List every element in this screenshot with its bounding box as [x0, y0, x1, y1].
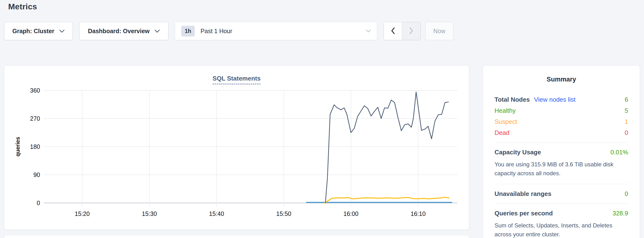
time-range-badge: 1h: [181, 26, 195, 37]
chevron-right-icon: [408, 27, 414, 35]
time-nav-group: [384, 22, 420, 40]
dead-value: 0: [625, 129, 628, 136]
svg-text:15:40: 15:40: [209, 210, 224, 217]
chevron-down-icon: [59, 29, 64, 33]
divider: [494, 203, 628, 204]
svg-text:270: 270: [30, 115, 40, 122]
capacity-usage-label: Capacity Usage: [494, 149, 541, 156]
capacity-usage-description: You are using 315.9 MiB of 3.6 TiB usabl…: [494, 160, 628, 178]
healthy-nodes-row: Healthy 5: [494, 107, 628, 114]
unavailable-ranges-label: Unavailable ranges: [494, 190, 552, 197]
dead-label: Dead: [494, 129, 510, 136]
chevron-down-icon: [154, 29, 160, 33]
dashboard-dropdown-label: Dashboard: Overview: [88, 28, 150, 35]
time-prev-button[interactable]: [384, 22, 402, 40]
page-title: Metrics: [8, 2, 37, 11]
time-range-label: Past 1 Hour: [200, 28, 232, 35]
queries-per-second-description: Sum of Selects, Updates, Inserts, and De…: [494, 221, 628, 238]
svg-text:queries: queries: [15, 137, 21, 157]
capacity-usage-row: Capacity Usage 0.01%: [494, 149, 628, 156]
summary-panel: Summary Total Nodes View nodes list 6 He…: [483, 65, 640, 238]
suspect-label: Suspect: [494, 118, 517, 125]
summary-title: Summary: [494, 76, 628, 83]
total-nodes-label: Total Nodes: [494, 96, 530, 103]
time-next-button[interactable]: [402, 22, 420, 40]
dead-nodes-row: Dead 0: [494, 129, 628, 136]
suspect-nodes-row: Suspect 1: [494, 118, 628, 125]
svg-text:180: 180: [30, 143, 40, 150]
sql-statements-card: SQL Statements 09018027036015:2015:3015:…: [4, 65, 469, 230]
unavailable-ranges-row: Unavailable ranges 0: [494, 190, 628, 197]
node-status-rows: Total Nodes View nodes list 6 Healthy 5 …: [494, 96, 628, 136]
suspect-value: 1: [625, 118, 628, 125]
chevron-down-icon: [366, 29, 371, 33]
svg-text:16:10: 16:10: [410, 210, 426, 217]
chevron-left-icon: [390, 27, 396, 35]
time-range-selector[interactable]: 1h Past 1 Hour: [175, 22, 377, 40]
capacity-usage-value: 0.01%: [610, 149, 628, 156]
svg-text:15:30: 15:30: [142, 210, 157, 217]
queries-per-second-row: Queries per second 328.9: [494, 210, 628, 217]
next-chart-card: [4, 235, 469, 238]
svg-text:0: 0: [37, 199, 40, 206]
graph-dropdown-label: Graph: Cluster: [12, 28, 54, 35]
total-nodes-row: Total Nodes View nodes list 6: [494, 96, 628, 103]
unavailable-ranges-value: 0: [625, 190, 628, 197]
dashboard-dropdown[interactable]: Dashboard: Overview: [79, 22, 168, 40]
healthy-label: Healthy: [494, 107, 516, 114]
healthy-value: 5: [625, 107, 628, 114]
sql-statements-chart: 09018027036015:2015:3015:4015:5016:0016:…: [4, 66, 469, 230]
divider: [494, 142, 628, 143]
queries-per-second-label: Queries per second: [494, 210, 553, 217]
svg-text:90: 90: [33, 171, 40, 178]
now-button[interactable]: Now: [425, 22, 454, 40]
total-nodes-value: 6: [625, 96, 628, 103]
divider: [494, 184, 628, 184]
svg-text:360: 360: [30, 87, 40, 94]
queries-per-second-value: 328.9: [612, 210, 628, 217]
metrics-page: Metrics Graph: Cluster Dashboard: Overvi…: [0, 0, 644, 238]
svg-text:16:00: 16:00: [343, 210, 358, 217]
svg-text:15:50: 15:50: [276, 210, 291, 217]
svg-text:15:20: 15:20: [74, 210, 90, 217]
view-nodes-list-link[interactable]: View nodes list: [534, 96, 576, 103]
graph-dropdown[interactable]: Graph: Cluster: [4, 22, 73, 40]
